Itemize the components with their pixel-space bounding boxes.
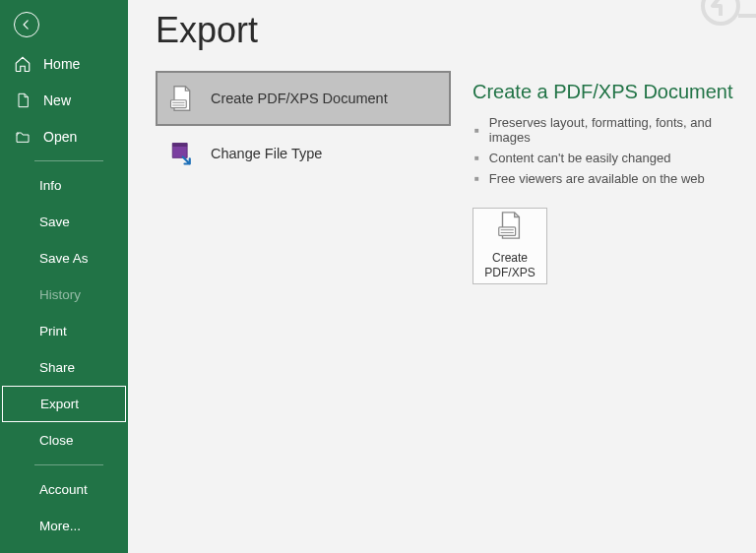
sidebar-item-label: Save As (39, 251, 89, 266)
button-line2: PDF/XPS (484, 266, 535, 279)
sidebar-item-label: Home (43, 56, 80, 72)
sidebar-item-save[interactable]: Save (0, 204, 128, 240)
svg-rect-2 (171, 100, 187, 108)
pdf-document-icon (495, 211, 525, 245)
sidebar-item-label: History (39, 287, 81, 302)
detail-bullet: Free viewers are available on the web (472, 171, 736, 186)
sidebar-item-label: Account (39, 482, 88, 497)
sidebar-item-account[interactable]: Account (0, 471, 128, 508)
main-panel: Export Create PDF/XPS Document (128, 0, 756, 553)
detail-bullet: Content can't be easily changed (472, 151, 736, 165)
back-button[interactable] (14, 12, 39, 37)
sidebar-item-label: Info (39, 178, 62, 193)
sidebar-item-label: Print (39, 324, 67, 338)
sidebar-item-history: History (0, 276, 128, 313)
sidebar-item-more[interactable]: More... (0, 508, 128, 544)
option-label: Create PDF/XPS Document (211, 91, 388, 106)
sidebar-item-label: Share (39, 360, 75, 375)
button-line1: Create (492, 251, 528, 265)
backstage-sidebar: Home New Open Info Save Save As History (0, 0, 128, 553)
sidebar-item-open[interactable]: Open (0, 118, 128, 154)
sidebar-item-saveas[interactable]: Save As (0, 240, 128, 276)
detail-bullets: Preserves layout, formatting, fonts, and… (472, 115, 736, 186)
option-create-pdf-xps[interactable]: Create PDF/XPS Document (156, 71, 451, 126)
svg-rect-4 (499, 227, 516, 235)
option-change-file-type[interactable]: Change File Type (156, 126, 451, 181)
new-icon (14, 92, 32, 109)
detail-panel: Create a PDF/XPS Document Preserves layo… (451, 71, 736, 284)
sidebar-item-info[interactable]: Info (0, 167, 128, 204)
option-label: Change File Type (211, 146, 322, 161)
sidebar-item-print[interactable]: Print (0, 313, 128, 349)
change-file-type-icon (167, 140, 195, 167)
sidebar-item-close[interactable]: Close (0, 422, 128, 459)
sidebar-item-label: Close (39, 433, 74, 448)
sidebar-divider (34, 160, 103, 161)
sidebar-item-home[interactable]: Home (0, 45, 128, 82)
sidebar-item-label: More... (39, 519, 81, 533)
export-options: Create PDF/XPS Document Change File Type (156, 71, 451, 284)
create-pdf-xps-button[interactable]: Create PDF/XPS (472, 208, 547, 284)
sidebar-item-label: New (43, 92, 71, 108)
pdf-document-icon (167, 85, 195, 112)
sidebar-item-label: Export (40, 397, 79, 411)
detail-bullet: Preserves layout, formatting, fonts, and… (472, 115, 736, 145)
page-title: Export (156, 10, 736, 51)
sidebar-item-new[interactable]: New (0, 82, 128, 118)
sidebar-item-export[interactable]: Export (2, 386, 126, 422)
svg-rect-3 (172, 144, 187, 148)
detail-title: Create a PDF/XPS Document (472, 81, 736, 103)
sidebar-divider (34, 464, 103, 465)
open-icon (14, 129, 32, 145)
sidebar-item-label: Open (43, 129, 77, 145)
home-icon (14, 55, 32, 73)
sidebar-item-share[interactable]: Share (0, 349, 128, 386)
sidebar-item-label: Save (39, 215, 70, 229)
